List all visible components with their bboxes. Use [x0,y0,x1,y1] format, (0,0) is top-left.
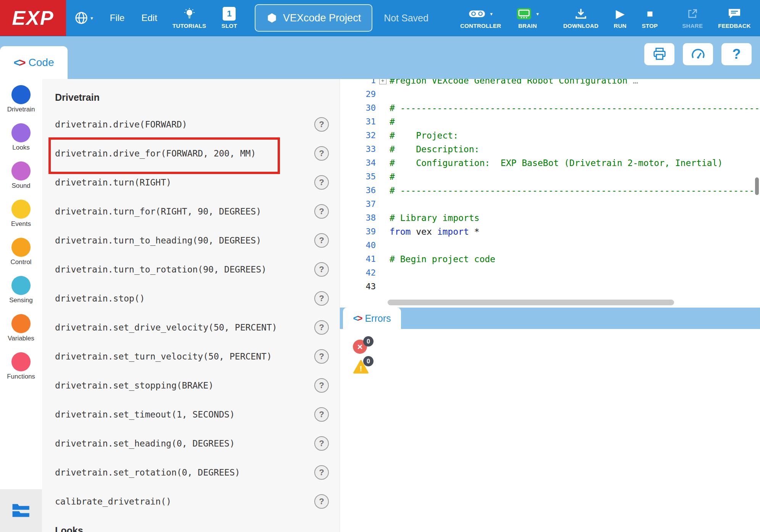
command-code: drivetrain.turn(RIGHT) [55,177,171,187]
code-line[interactable]: 1+#region VEXcode Generated Robot Config… [349,79,760,87]
download-button[interactable]: DOWNLOAD [563,7,598,29]
command-row[interactable]: drivetrain.set_turn_velocity(50, PERCENT… [42,342,340,371]
sidebar-item-sensing[interactable]: Sensing [0,276,42,314]
code-text: # [390,115,395,129]
run-button[interactable]: ▶ RUN [614,7,626,29]
sidebar-item-functions[interactable]: Functions [0,352,42,390]
code-token: # --------------------------------------… [390,185,760,195]
line-number: 31 [349,115,376,129]
code-line[interactable]: 39from vex import * [349,225,760,239]
code-line[interactable]: 33# Description: [349,142,760,156]
brain-icon [516,8,532,20]
command-row[interactable]: drivetrain.set_heading(0, DEGREES)? [42,429,340,458]
code-line[interactable]: 34# Configuration: EXP BaseBot (Drivetra… [349,156,760,170]
command-row[interactable]: calibrate_drivetrain()? [42,487,340,516]
category-label: Sound [11,182,30,190]
blocks-toggle-icon[interactable] [11,502,31,519]
command-row[interactable]: drivetrain.set_timeout(1, SECONDS)? [42,400,340,429]
tutorials-label: TUTORIALS [173,23,206,29]
menu-file[interactable]: File [110,13,125,23]
code-line[interactable]: 41# Begin project code [349,252,760,266]
help-button[interactable]: ? [314,175,329,190]
help-button[interactable]: ? [314,117,329,132]
help-button[interactable]: ? [314,262,329,277]
help-button[interactable]: ? [314,465,329,480]
editor-column: 1+#region VEXcode Generated Robot Config… [340,79,760,532]
section-title-looks: Looks [42,516,340,532]
command-list: drivetrain.drive(FORWARD)?drivetrain.dri… [42,110,340,516]
code-line[interactable]: 43 [349,280,760,293]
stop-button[interactable]: ■ STOP [642,7,658,29]
command-row[interactable]: drivetrain.drive_for(FORWARD, 200, MM)? [42,139,340,168]
category-label: Events [11,220,31,228]
code-line[interactable]: 40 [349,239,760,252]
code-line[interactable]: 36# ------------------------------------… [349,184,760,197]
monitor-dashboard-button[interactable] [683,43,713,65]
code-line[interactable]: 29 [349,87,760,101]
command-row[interactable]: drivetrain.set_stopping(BRAKE)? [42,371,340,400]
code-line[interactable]: 38# Library imports [349,211,760,225]
command-row[interactable]: drivetrain.turn_for(RIGHT, 90, DEGREES)? [42,197,340,226]
command-row[interactable]: drivetrain.turn(RIGHT)? [42,168,340,197]
controller-button[interactable]: ▾ CONTROLLER [460,7,501,29]
line-number: 43 [349,280,376,293]
code-line[interactable]: 42 [349,266,760,280]
command-row[interactable]: drivetrain.stop()? [42,284,340,313]
sidebar-item-control[interactable]: Control [0,238,42,276]
code-token: # [390,172,395,182]
command-code: drivetrain.drive_for(FORWARD, 200, MM) [55,148,256,158]
sidebar-item-sound[interactable]: Sound [0,161,42,200]
help-button[interactable]: ? [721,43,752,65]
help-button[interactable]: ? [314,233,329,248]
help-button[interactable]: ? [314,407,329,422]
code-editor[interactable]: 1+#region VEXcode Generated Robot Config… [340,79,760,308]
category-sidebar: DrivetrainLooksSoundEventsControlSensing… [0,79,42,532]
help-button[interactable]: ? [314,494,329,509]
fold-expand-icon[interactable]: + [379,79,386,84]
section-title-drivetrain: Drivetrain [42,79,340,103]
code-text: # Project: [390,129,458,142]
download-label: DOWNLOAD [563,23,598,29]
help-button[interactable]: ? [314,204,329,219]
print-console-button[interactable] [644,43,674,65]
code-line[interactable]: 31# [349,115,760,129]
help-button[interactable]: ? [314,320,329,335]
command-row[interactable]: drivetrain.drive(FORWARD)? [42,110,340,139]
feedback-button[interactable]: FEEDBACK [718,7,751,29]
code-line[interactable]: 32# Project: [349,129,760,142]
command-row[interactable]: drivetrain.set_rotation(0, DEGREES)? [42,458,340,487]
help-button[interactable]: ? [314,349,329,364]
help-button[interactable]: ? [314,146,329,161]
line-number: 38 [349,211,376,225]
horizontal-scrollbar[interactable] [388,300,674,305]
command-row[interactable]: drivetrain.set_drive_velocity(50, PERCEN… [42,313,340,342]
code-line[interactable]: 37 [349,197,760,211]
slot-button[interactable]: 1 SLOT [222,7,237,29]
code-token: # Begin project code [390,254,495,264]
vertical-scrollbar[interactable] [755,177,759,195]
code-line[interactable]: 30# ------------------------------------… [349,101,760,115]
code-text: # --------------------------------------… [390,101,760,115]
tab-code[interactable]: <> Code [0,46,68,79]
command-row[interactable]: drivetrain.turn_to_rotation(90, DEGREES)… [42,255,340,284]
help-button[interactable]: ? [314,291,329,306]
category-list: DrivetrainLooksSoundEventsControlSensing… [0,79,42,489]
sidebar-item-drivetrain[interactable]: Drivetrain [0,85,42,123]
help-button[interactable]: ? [314,436,329,451]
code-line[interactable]: 35# [349,170,760,184]
tab-errors[interactable]: <> Errors [343,308,401,329]
command-code: drivetrain.set_timeout(1, SECONDS) [55,409,235,419]
help-button[interactable]: ? [314,378,329,393]
brain-button[interactable]: ▾ BRAIN [516,7,539,29]
sidebar-item-looks[interactable]: Looks [0,123,42,161]
sidebar-item-events[interactable]: Events [0,200,42,238]
fold-gutter [376,239,390,252]
menu-edit[interactable]: Edit [141,13,157,23]
command-row[interactable]: drivetrain.turn_to_heading(90, DEGREES)? [42,226,340,255]
sidebar-item-variables[interactable]: Variables [0,314,42,352]
controller-icon [469,8,485,19]
language-menu[interactable]: ▾ [74,11,93,25]
project-name-button[interactable]: VEXcode Project [255,4,372,32]
command-code: drivetrain.drive(FORWARD) [55,119,187,129]
tutorials-button[interactable]: TUTORIALS [173,7,206,29]
